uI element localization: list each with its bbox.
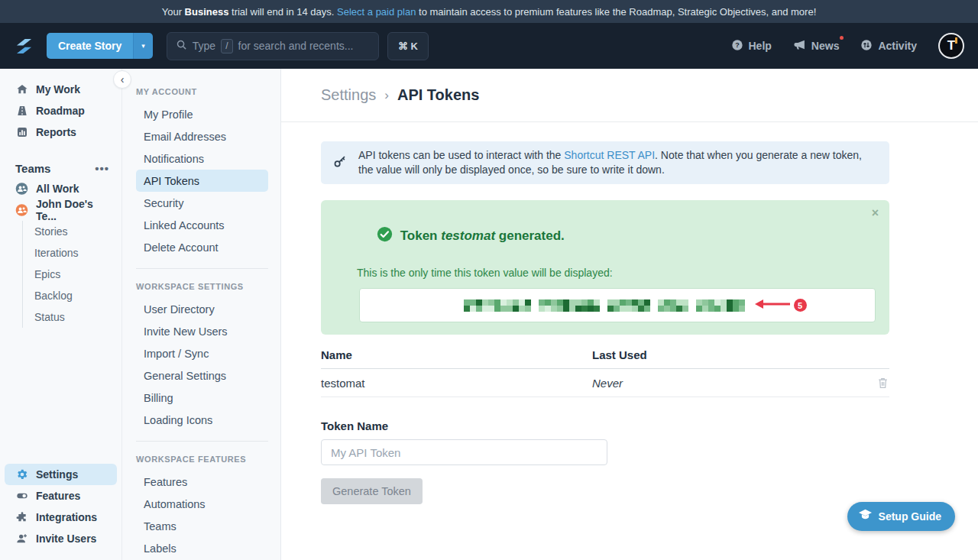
person-plus-icon — [15, 532, 28, 545]
activity-menu[interactable]: Activity — [860, 39, 917, 53]
check-circle-icon — [333, 211, 393, 261]
settings-nav-item-delete-account[interactable]: Delete Account — [136, 236, 268, 258]
create-story-label[interactable]: Create Story — [47, 33, 133, 59]
sidebar-item-iterations[interactable]: Iterations — [23, 242, 121, 264]
graduation-cap-icon — [858, 509, 873, 524]
shortcut-logo-icon[interactable] — [14, 36, 34, 57]
sidebar-item-reports[interactable]: Reports — [0, 121, 121, 143]
divider — [136, 268, 268, 269]
sidebar-item-invite-users[interactable]: Invite Users — [5, 528, 117, 549]
token-row-last-used: Never — [592, 377, 623, 390]
section-header: WORKSPACE FEATURES — [136, 455, 268, 464]
sidebar-item-features[interactable]: Features — [5, 485, 117, 507]
breadcrumb-settings[interactable]: Settings — [321, 86, 376, 104]
settings-nav-item-invite-new-users[interactable]: Invite New Users — [136, 320, 268, 342]
gear-icon — [15, 468, 28, 481]
settings-nav-item-features[interactable]: Features — [136, 471, 268, 493]
settings-nav-item-security[interactable]: Security — [136, 192, 268, 214]
teams-overflow-menu-icon[interactable]: ••• — [95, 162, 109, 175]
app-body: ‹ My Work Roadmap Reports Teams ••• — [0, 69, 978, 560]
news-label[interactable]: News — [811, 40, 840, 52]
settings-nav-item-loading-icons[interactable]: Loading Icons — [136, 409, 268, 431]
sidebar-item-integrations[interactable]: Integrations — [5, 507, 117, 528]
trash-icon[interactable] — [876, 376, 889, 390]
settings-nav-item-api-tokens[interactable]: API Tokens — [136, 170, 268, 192]
token-name-label: Token Name — [321, 419, 978, 432]
settings-nav-item-notifications[interactable]: Notifications — [136, 147, 268, 170]
sidebar-item-label: Iterations — [34, 247, 79, 259]
svg-text:?: ? — [735, 41, 740, 49]
sidebar-item-backlog[interactable]: Backlog — [23, 285, 121, 306]
sidebar-collapse-button[interactable]: ‹ — [113, 70, 131, 89]
settings-nav-item-billing[interactable]: Billing — [136, 387, 268, 409]
home-icon — [15, 83, 28, 95]
search-input[interactable]: Type / for search and recents... — [167, 32, 379, 60]
settings-nav-item-my-profile[interactable]: My Profile — [136, 103, 268, 125]
team-avatar-icon — [15, 203, 28, 217]
sidebar-item-label: All Work — [36, 183, 79, 195]
settings-nav-item-teams[interactable]: Teams — [136, 515, 268, 537]
sidebar-item-stories[interactable]: Stories — [23, 221, 121, 242]
avatar-letter: T — [947, 38, 955, 53]
settings-nav-item-general-settings[interactable]: General Settings — [136, 364, 268, 387]
sidebar-item-label: Stories — [34, 225, 68, 238]
token-generated-banner: × Token testomat generated. This is the … — [321, 200, 889, 335]
settings-nav-item-user-directory[interactable]: User Directory — [136, 298, 268, 320]
sidebar-item-label: Status — [34, 311, 65, 323]
create-story-button[interactable]: Create Story ▾ — [47, 33, 153, 59]
user-avatar[interactable]: T — [938, 33, 964, 59]
sidebar-item-my-work[interactable]: My Work — [0, 79, 121, 100]
generate-token-button[interactable]: Generate Token — [321, 478, 423, 504]
token-banner-subtitle: This is the only time this token value w… — [357, 267, 877, 279]
sidebar-item-label: Invite Users — [36, 532, 96, 545]
settings-nav-item-import-sync[interactable]: Import / Sync — [136, 342, 268, 364]
toggle-icon — [15, 490, 28, 502]
puzzle-icon — [15, 511, 28, 523]
token-value-box: 5 — [359, 288, 876, 322]
new-token-form: Token Name Generate Token — [321, 419, 978, 504]
setup-guide-button[interactable]: Setup Guide — [847, 502, 955, 531]
news-menu[interactable]: News — [793, 38, 840, 53]
teams-header-label: Teams — [15, 162, 50, 175]
primary-sidebar: My Work Roadmap Reports Teams ••• All Wo… — [0, 69, 122, 560]
title-text: Token testomat generated. — [400, 228, 565, 244]
sidebar-item-label: Reports — [36, 126, 76, 138]
sidebar-item-label: Backlog — [34, 290, 73, 302]
settings-nav-item-labels[interactable]: Labels — [136, 537, 268, 559]
annotation-badge: 5 — [794, 299, 807, 312]
tokens-table: Name Last Used testomat Never — [321, 348, 889, 397]
sidebar-item-settings[interactable]: Settings — [5, 464, 117, 485]
settings-nav-item-email-addresses[interactable]: Email Addresses — [136, 125, 268, 147]
select-paid-plan-link[interactable]: Select a paid plan — [337, 6, 416, 18]
token-name-input[interactable] — [321, 439, 607, 465]
setup-guide-label: Setup Guide — [879, 510, 941, 523]
info-text-before: API tokens can be used to interact with … — [358, 149, 564, 161]
sidebar-item-label: Integrations — [36, 511, 97, 523]
annotation: 5 — [754, 299, 807, 312]
trial-plan-name: Business — [185, 6, 229, 18]
info-banner-text: API tokens can be used to interact with … — [358, 148, 877, 177]
settings-nav-item-automations[interactable]: Automations — [136, 493, 268, 515]
sidebar-item-label: Epics — [34, 268, 60, 280]
sidebar-item-all-work[interactable]: All Work — [0, 178, 121, 199]
avatar-accent-mark — [955, 37, 957, 44]
chevron-down-icon[interactable]: ▾ — [133, 33, 153, 59]
road-icon — [15, 105, 28, 117]
close-icon[interactable]: × — [872, 206, 879, 220]
sidebar-item-status[interactable]: Status — [23, 306, 121, 328]
rest-api-link[interactable]: Shortcut REST API — [564, 149, 655, 161]
teams-section-header: Teams ••• — [0, 158, 121, 178]
sidebar-item-john-does-team[interactable]: John Doe's Te... — [0, 199, 121, 221]
column-header-name: Name — [321, 348, 592, 361]
sidebar-item-roadmap[interactable]: Roadmap — [0, 100, 121, 121]
sidebar-item-epics[interactable]: Epics — [23, 264, 121, 285]
help-menu[interactable]: ? Help — [731, 39, 772, 53]
help-label[interactable]: Help — [749, 40, 772, 52]
settings-nav-item-linked-accounts[interactable]: Linked Accounts — [136, 214, 268, 236]
sidebar-item-label: Features — [36, 490, 80, 502]
breadcrumb: Settings › API Tokens — [281, 69, 978, 122]
section-header: MY ACCOUNT — [136, 87, 268, 96]
divider — [136, 441, 268, 442]
activity-label[interactable]: Activity — [878, 40, 917, 52]
api-tokens-content: API tokens can be used to interact with … — [281, 122, 978, 504]
